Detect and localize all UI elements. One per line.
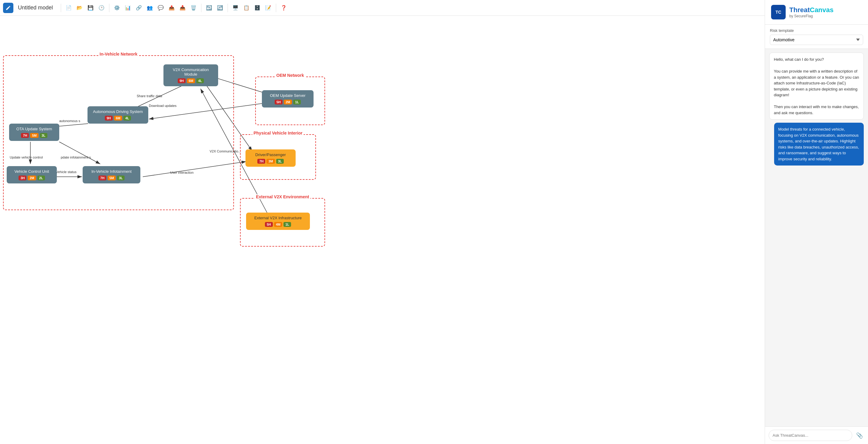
badge-3h: 3H [19,176,26,180]
chat-message-user: Model threats for a connected vehicle, f… [774,123,864,165]
badge-6m-2: 6M [114,116,122,121]
chat-user-text: Model threats for a connected vehicle, f… [778,127,859,161]
badge-5h-2: 5H [265,222,273,227]
save-icon[interactable]: 💾 [86,3,95,12]
list-icon[interactable]: 📝 [264,3,273,12]
badge-7h-2: 7H [98,176,106,180]
node-external-v2x-label: External V2X Infrastructure [254,216,302,220]
users-icon[interactable]: 👥 [145,3,154,12]
settings-icon[interactable]: ⚙️ [113,3,122,12]
database-icon[interactable]: 🗄️ [253,3,262,12]
delete-icon[interactable]: 🗑️ [189,3,198,12]
canvas-area: Untitled model 📄 📂 💾 🕒 ⚙️ 📊 🔗 👥 💬 📤 📥 🗑️… [0,0,765,444]
badge-4m: 4M [274,222,282,227]
model-name-label[interactable]: Untitled model [15,3,58,12]
node-v2x-label: V2X Communication Module [173,67,209,76]
badge-3l: 3L [40,133,48,138]
svg-text:TC: TC [775,10,781,14]
badge-5m-2: 5M [107,176,116,180]
edit-button[interactable] [3,3,13,13]
toolbar-separator-5 [276,4,276,12]
toolbar-separator-4 [227,4,228,12]
node-driver-passenger-label: Driver/Passenger [255,153,286,157]
zone-physical-vehicle-interior-label: Physical Vehicle Interior [252,131,304,135]
node-infotainment-label: In-Vehicle Infotainment [91,169,131,174]
badge-3l-3: 3L [276,159,284,164]
node-autonomous-badges: 9H 6M 4L [92,116,144,121]
arrow-label-autonomous: autonomous s [59,119,80,123]
tc-brand: ThreatCanvas by SecureFlag [789,6,834,18]
chat-input[interactable] [769,430,852,441]
node-driver-passenger[interactable]: Driver/Passenger 7H 3M 3L [246,150,296,167]
arrow-label-download-updates: Download updates [149,104,177,107]
zone-external-v2x-label: External V2X Environment [255,194,310,199]
node-infotainment-badges: 7H 5M 3L [87,176,136,180]
risk-template-section: Risk template Automotive Web Application… [765,25,868,49]
comment-icon[interactable]: 💬 [156,3,165,12]
arrow-label-pdate-infotainment: pdate infotainment s [61,156,91,159]
chat-input-area: 📎 [765,426,868,444]
arrow-label-user-interaction: User interaction [170,171,193,174]
badge-4l-2: 4L [123,116,131,121]
badge-1l-2: 1L [283,222,291,227]
node-ota-label: OTA Update System [17,127,52,131]
tc-logo: TC [771,5,786,20]
tc-title-blue: Threat [789,6,810,14]
undo-icon[interactable]: ↩️ [205,3,214,12]
share-icon[interactable]: 🔗 [134,3,144,12]
badge-4l: 4L [196,78,204,83]
new-doc-icon[interactable]: 📄 [64,3,73,12]
node-v2x-communication[interactable]: V2X Communication Module 9H 6M 4L [163,64,218,86]
toolbar-separator-2 [109,4,110,12]
arrow-label-v2x-comm: V2X Communicatio... [210,150,241,153]
node-autonomous-label: Autonomous Driving System [93,109,143,114]
node-v2x-badges: 9H 6M 4L [168,78,214,83]
import-icon[interactable]: 📥 [178,3,187,12]
badge-7h-3: 7H [257,159,265,164]
node-oem-server[interactable]: OEM Update Server 5H 2M 1L [262,90,313,107]
export-icon[interactable]: 📤 [167,3,176,12]
tc-title-cyan: Canvas [810,6,833,14]
redo-icon[interactable]: ↪️ [215,3,224,12]
toolbar-separator [61,4,61,12]
attach-button[interactable]: 📎 [855,431,864,440]
node-autonomous[interactable]: Autonomous Driving System 9H 6M 4L [88,106,148,124]
node-infotainment[interactable]: In-Vehicle Infotainment 7H 5M 3L [83,166,141,184]
diagram-canvas: In-Vehicle Network OEM Network Physical … [0,16,765,444]
badge-3m: 3M [267,159,275,164]
node-ota-update[interactable]: OTA Update System 7H 5M 3L [9,124,59,141]
node-oem-label: OEM Update Server [270,93,305,98]
open-icon[interactable]: 📂 [75,3,84,12]
history-icon[interactable]: 🕒 [97,3,106,12]
chat-message-system: Hello, what can I do for you?You can pro… [769,53,864,120]
badge-6m: 6M [187,78,195,83]
badge-5m: 5M [30,133,38,138]
tc-title: ThreatCanvas [789,6,834,14]
help-icon[interactable]: ❓ [279,3,288,12]
view-icon[interactable]: 🖥️ [231,3,240,12]
layers-icon[interactable]: 📋 [242,3,251,12]
zone-oem-network-label: OEM Network [275,73,305,78]
badge-1l: 1L [293,100,301,104]
node-driver-passenger-badges: 7H 3M 3L [250,159,291,164]
node-vehicle-control[interactable]: Vehicle Control Unit 3H 2M 2L [7,166,57,184]
tc-header: TC ThreatCanvas by SecureFlag [765,0,868,25]
chart-icon[interactable]: 📊 [123,3,132,12]
arrow-label-update-vehicle: Update vehicle control [10,156,43,159]
arrow-label-share-traffic: Share traffic data [137,94,162,98]
toolbar: Untitled model 📄 📂 💾 🕒 ⚙️ 📊 🔗 👥 💬 📤 📥 🗑️… [0,0,765,16]
badge-9h: 9H [178,78,186,83]
zone-in-vehicle-network-label: In-Vehicle Network [98,52,138,57]
badge-3l-2: 3L [117,176,125,180]
badge-2m-2: 2M [28,176,36,180]
toolbar-separator-3 [201,4,202,12]
node-external-v2x[interactable]: External V2X Infrastructure 5H 4M 1L [246,213,310,230]
badge-9h-2: 9H [105,116,113,121]
badge-5h: 5H [275,100,283,104]
risk-template-label: Risk template [770,28,863,33]
badge-2l: 2L [37,176,45,180]
risk-template-select[interactable]: Automotive Web Application Cloud Infrast… [770,35,863,45]
node-ota-badges: 7H 5M 3L [13,133,55,138]
badge-2m: 2M [284,100,292,104]
badge-7h: 7H [21,133,29,138]
